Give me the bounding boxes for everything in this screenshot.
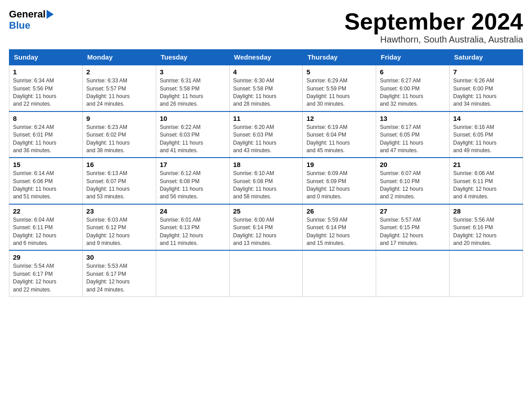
calendar-cell [303, 250, 376, 296]
day-number: 10 [160, 115, 226, 122]
day-number: 5 [306, 68, 372, 76]
calendar-cell: 7Sunrise: 6:26 AMSunset: 6:00 PMDaylight… [450, 65, 523, 111]
calendar-cell: 17Sunrise: 6:12 AMSunset: 6:08 PMDayligh… [156, 158, 229, 204]
calendar-cell: 22Sunrise: 6:04 AMSunset: 6:11 PMDayligh… [9, 204, 83, 251]
calendar-cell: 8Sunrise: 6:24 AMSunset: 6:01 PMDaylight… [9, 111, 83, 158]
calendar-cell: 13Sunrise: 6:17 AMSunset: 6:05 PMDayligh… [376, 111, 450, 158]
day-number: 3 [160, 68, 226, 76]
day-number: 29 [13, 253, 79, 261]
calendar-cell: 25Sunrise: 6:00 AMSunset: 6:14 PMDayligh… [229, 204, 303, 251]
day-info: Sunrise: 6:23 AMSunset: 6:02 PMDaylight:… [86, 124, 152, 155]
calendar-cell: 26Sunrise: 5:59 AMSunset: 6:14 PMDayligh… [303, 204, 376, 251]
day-number: 7 [453, 68, 519, 76]
day-number: 14 [453, 115, 519, 122]
day-number: 17 [160, 161, 226, 168]
day-info: Sunrise: 6:24 AMSunset: 6:01 PMDaylight:… [13, 124, 79, 155]
day-info: Sunrise: 6:33 AMSunset: 5:57 PMDaylight:… [86, 77, 152, 108]
day-number: 28 [453, 207, 519, 215]
calendar-cell [229, 250, 303, 296]
col-header-thursday: Thursday [303, 50, 376, 65]
calendar-cell [156, 250, 229, 296]
day-number: 25 [233, 207, 299, 215]
day-info: Sunrise: 6:19 AMSunset: 6:04 PMDaylight:… [306, 124, 372, 155]
day-number: 9 [86, 115, 152, 122]
day-number: 24 [160, 207, 226, 215]
day-number: 2 [86, 68, 152, 76]
day-info: Sunrise: 6:17 AMSunset: 6:05 PMDaylight:… [380, 124, 446, 155]
day-number: 26 [306, 207, 372, 215]
location: Hawthorn, South Australia, Australia [344, 34, 523, 45]
calendar-cell: 2Sunrise: 6:33 AMSunset: 5:57 PMDaylight… [82, 65, 156, 111]
calendar-cell: 12Sunrise: 6:19 AMSunset: 6:04 PMDayligh… [303, 111, 376, 158]
day-info: Sunrise: 6:00 AMSunset: 6:14 PMDaylight:… [233, 216, 299, 248]
day-info: Sunrise: 6:06 AMSunset: 6:11 PMDaylight:… [453, 170, 519, 201]
day-info: Sunrise: 6:10 AMSunset: 6:08 PMDaylight:… [233, 170, 299, 201]
day-info: Sunrise: 6:26 AMSunset: 6:00 PMDaylight:… [453, 77, 519, 108]
day-info: Sunrise: 6:12 AMSunset: 6:08 PMDaylight:… [160, 170, 226, 201]
calendar-cell: 30Sunrise: 5:53 AMSunset: 6:17 PMDayligh… [82, 250, 156, 296]
day-info: Sunrise: 6:27 AMSunset: 6:00 PMDaylight:… [380, 77, 446, 108]
calendar-week-row: 15Sunrise: 6:14 AMSunset: 6:06 PMDayligh… [9, 158, 523, 204]
calendar-cell: 15Sunrise: 6:14 AMSunset: 6:06 PMDayligh… [9, 158, 83, 204]
col-header-wednesday: Wednesday [229, 50, 303, 65]
calendar-cell: 18Sunrise: 6:10 AMSunset: 6:08 PMDayligh… [229, 158, 303, 204]
day-info: Sunrise: 6:13 AMSunset: 6:07 PMDaylight:… [86, 170, 152, 201]
calendar-cell: 3Sunrise: 6:31 AMSunset: 5:58 PMDaylight… [156, 65, 229, 111]
day-info: Sunrise: 6:16 AMSunset: 6:05 PMDaylight:… [453, 124, 519, 155]
day-number: 6 [380, 68, 446, 76]
col-header-friday: Friday [376, 50, 450, 65]
day-info: Sunrise: 5:59 AMSunset: 6:14 PMDaylight:… [306, 216, 372, 248]
calendar-cell: 11Sunrise: 6:20 AMSunset: 6:03 PMDayligh… [229, 111, 303, 158]
day-number: 20 [380, 161, 446, 168]
day-number: 16 [86, 161, 152, 168]
day-number: 27 [380, 207, 446, 215]
day-number: 15 [13, 161, 79, 168]
calendar-cell: 21Sunrise: 6:06 AMSunset: 6:11 PMDayligh… [450, 158, 523, 204]
logo-arrow-icon [47, 10, 54, 19]
col-header-monday: Monday [82, 50, 156, 65]
calendar-week-row: 22Sunrise: 6:04 AMSunset: 6:11 PMDayligh… [9, 204, 523, 251]
day-info: Sunrise: 6:34 AMSunset: 5:56 PMDaylight:… [13, 77, 79, 108]
day-info: Sunrise: 6:03 AMSunset: 6:12 PMDaylight:… [86, 216, 152, 248]
calendar-cell: 1Sunrise: 6:34 AMSunset: 5:56 PMDaylight… [9, 65, 83, 111]
col-header-tuesday: Tuesday [156, 50, 229, 65]
calendar-cell: 23Sunrise: 6:03 AMSunset: 6:12 PMDayligh… [82, 204, 156, 251]
page-header: General Blue September 2024 Hawthorn, So… [9, 9, 523, 45]
day-number: 1 [13, 68, 79, 76]
calendar-cell: 9Sunrise: 6:23 AMSunset: 6:02 PMDaylight… [82, 111, 156, 158]
calendar-cell: 14Sunrise: 6:16 AMSunset: 6:05 PMDayligh… [450, 111, 523, 158]
day-info: Sunrise: 6:04 AMSunset: 6:11 PMDaylight:… [13, 216, 79, 248]
day-number: 21 [453, 161, 519, 168]
calendar-header-row: SundayMondayTuesdayWednesdayThursdayFrid… [9, 50, 523, 65]
day-info: Sunrise: 5:57 AMSunset: 6:15 PMDaylight:… [380, 216, 446, 248]
calendar-cell: 6Sunrise: 6:27 AMSunset: 6:00 PMDaylight… [376, 65, 450, 111]
calendar-cell [450, 250, 523, 296]
col-header-sunday: Sunday [9, 50, 83, 65]
day-number: 22 [13, 207, 79, 215]
day-number: 12 [306, 115, 372, 122]
calendar-cell [376, 250, 450, 296]
calendar-week-row: 8Sunrise: 6:24 AMSunset: 6:01 PMDaylight… [9, 111, 523, 158]
title-block: September 2024 Hawthorn, South Australia… [344, 9, 523, 45]
day-number: 23 [86, 207, 152, 215]
day-info: Sunrise: 6:30 AMSunset: 5:58 PMDaylight:… [233, 77, 299, 108]
day-info: Sunrise: 6:22 AMSunset: 6:03 PMDaylight:… [160, 124, 226, 155]
day-info: Sunrise: 6:14 AMSunset: 6:06 PMDaylight:… [13, 170, 79, 201]
day-info: Sunrise: 6:29 AMSunset: 5:59 PMDaylight:… [306, 77, 372, 108]
calendar-table: SundayMondayTuesdayWednesdayThursdayFrid… [9, 49, 523, 297]
calendar-cell: 4Sunrise: 6:30 AMSunset: 5:58 PMDaylight… [229, 65, 303, 111]
day-number: 13 [380, 115, 446, 122]
calendar-week-row: 1Sunrise: 6:34 AMSunset: 5:56 PMDaylight… [9, 65, 523, 111]
month-title: September 2024 [344, 9, 523, 34]
day-info: Sunrise: 5:56 AMSunset: 6:16 PMDaylight:… [453, 216, 519, 248]
day-info: Sunrise: 6:20 AMSunset: 6:03 PMDaylight:… [233, 124, 299, 155]
calendar-cell: 19Sunrise: 6:09 AMSunset: 6:09 PMDayligh… [303, 158, 376, 204]
calendar-cell: 20Sunrise: 6:07 AMSunset: 6:10 PMDayligh… [376, 158, 450, 204]
calendar-week-row: 29Sunrise: 5:54 AMSunset: 6:17 PMDayligh… [9, 250, 523, 296]
day-info: Sunrise: 6:07 AMSunset: 6:10 PMDaylight:… [380, 170, 446, 201]
calendar-cell: 16Sunrise: 6:13 AMSunset: 6:07 PMDayligh… [82, 158, 156, 204]
calendar-cell: 27Sunrise: 5:57 AMSunset: 6:15 PMDayligh… [376, 204, 450, 251]
day-info: Sunrise: 6:01 AMSunset: 6:13 PMDaylight:… [160, 216, 226, 248]
day-number: 11 [233, 115, 299, 122]
day-number: 30 [86, 253, 152, 261]
